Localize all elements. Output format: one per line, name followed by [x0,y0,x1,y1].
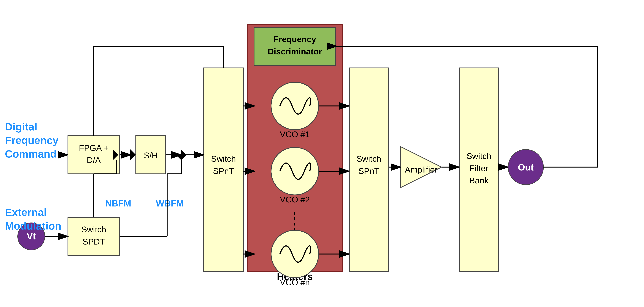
ext-mod-label1: External [5,206,47,218]
freq-discriminator-label2: Discriminator [268,47,322,56]
merge1-arrowhead [130,150,136,160]
out-label: Out [518,162,534,172]
nbfm-label: NBFM [105,198,131,208]
switch-filter-bank-label2: Filter [470,164,488,173]
fpga-da-label2: D/A [87,156,101,165]
digital-freq-cmd-label1: Digital [5,121,37,133]
switch-spdt-label1: Switch [82,225,106,234]
merge2-arrow-from-below [176,155,187,160]
fpga-da-box [68,136,120,174]
vcon-label: VCO #n [280,278,310,287]
digital-freq-cmd-label3: Command [5,148,57,160]
vco2-circle [271,148,318,195]
switch-filter-bank-label1: Switch [466,151,492,161]
vt-label: Vt [27,231,36,241]
fpga-da-label1: FPGA + [79,143,109,152]
switch-spnt1-label1: Switch [211,154,236,164]
vcon-circle [271,230,318,278]
vco1-circle [271,82,318,130]
ext-mod-label2: Modulation [5,220,62,232]
switch-spdt-box [68,217,120,256]
diagram-container: Heaters Frequency Discriminator VCO #1 V… [0,0,644,307]
freq-discriminator-label1: Frequency [274,34,316,44]
amplifier-label: Amplifier [405,165,438,174]
digital-freq-cmd-label2: Frequency [5,134,58,146]
switch-spnt2-label2: SPnT [358,166,379,176]
vco2-label: VCO #2 [280,195,310,204]
switch-spnt1-label2: SPnT [213,166,234,176]
vco1-label: VCO #1 [280,130,310,139]
switch-spdt-label2: SPDT [82,237,105,246]
switch-filter-bank-label3: Bank [469,176,488,185]
freq-discriminator-box [254,27,336,65]
sh-label: S/H [144,151,158,160]
switch-spnt2-label1: Switch [356,154,381,164]
wbfm-label: WBFM [156,198,184,208]
